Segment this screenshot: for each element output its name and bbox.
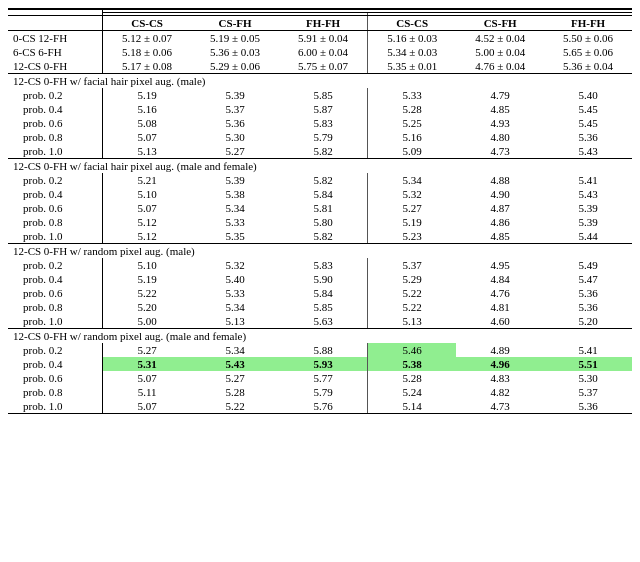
data-cell: 5.85 [279,300,368,314]
data-cell: 4.81 [456,300,544,314]
section-header: 12-CS 0-FH w/ facial hair pixel aug. (ma… [8,74,632,89]
data-cell: 5.09 [368,144,457,159]
data-cell: 5.16 [368,130,457,144]
data-cell: 5.33 [191,215,279,229]
data-cell: 5.22 [368,286,457,300]
data-cell: 5.36 [544,130,632,144]
data-cell: 5.16 ± 0.03 [368,31,457,46]
prob-label: prob. 0.4 [8,187,103,201]
data-cell: 5.30 [544,371,632,385]
data-cell: 5.23 [368,229,457,244]
data-cell: 5.43 [544,144,632,159]
data-cell: 5.82 [279,173,368,187]
data-cell: 5.84 [279,187,368,201]
data-cell: 5.29 [368,272,457,286]
prob-label: prob. 0.2 [8,88,103,102]
data-cell: 5.24 [368,385,457,399]
prob-label: prob. 0.2 [8,343,103,357]
data-cell: 5.35 ± 0.01 [368,59,457,74]
data-cell: 5.27 [191,371,279,385]
data-cell: 5.39 [191,88,279,102]
data-cell: 5.22 [103,286,192,300]
data-cell: 5.37 [368,258,457,272]
data-cell: 5.76 [279,399,368,414]
data-cell: 5.07 [103,201,192,215]
data-cell: 5.50 ± 0.06 [544,31,632,46]
prob-label: prob. 0.8 [8,300,103,314]
data-cell: 5.33 [368,88,457,102]
data-cell: 5.21 [103,173,192,187]
data-cell: 5.41 [544,343,632,357]
data-cell: 5.39 [544,201,632,215]
data-cell: 4.90 [456,187,544,201]
data-cell: 5.00 [103,314,192,329]
data-cell: 5.27 [191,144,279,159]
train-label: 12-CS 0-FH [8,59,103,74]
data-cell: 5.34 [368,173,457,187]
data-cell: 5.41 [544,173,632,187]
data-cell: 4.85 [456,229,544,244]
data-cell: 5.22 [368,300,457,314]
data-cell: 4.88 [456,173,544,187]
section-header: 12-CS 0-FH w/ facial hair pixel aug. (ma… [8,159,632,174]
data-cell: 5.34 ± 0.03 [368,45,457,59]
data-cell: 5.37 [191,102,279,116]
data-cell: 5.38 [368,357,457,371]
data-cell: 5.00 ± 0.04 [456,45,544,59]
col-fh-fh-cm: FH-FH [544,16,632,31]
data-cell: 5.33 [191,286,279,300]
data-cell: 5.25 [368,116,457,130]
data-cell: 5.45 [544,102,632,116]
data-cell: 5.63 [279,314,368,329]
data-cell: 5.43 [544,187,632,201]
data-cell: 5.91 ± 0.04 [279,31,368,46]
data-cell: 5.19 ± 0.05 [191,31,279,46]
data-cell: 5.39 [544,215,632,229]
data-cell: 5.32 [368,187,457,201]
data-cell: 4.80 [456,130,544,144]
data-cell: 5.34 [191,343,279,357]
data-cell: 5.65 ± 0.06 [544,45,632,59]
col-cs-fh-aam: CS-FH [191,16,279,31]
data-cell: 5.31 [103,357,192,371]
data-cell: 5.22 [191,399,279,414]
data-cell: 5.49 [544,258,632,272]
data-cell: 5.51 [544,357,632,371]
data-cell: 4.60 [456,314,544,329]
data-cell: 5.88 [279,343,368,357]
data-cell: 5.28 [368,371,457,385]
data-cell: 5.45 [544,116,632,130]
data-cell: 5.77 [279,371,368,385]
data-cell: 4.93 [456,116,544,130]
data-cell: 5.75 ± 0.07 [279,59,368,74]
prob-label: prob. 0.4 [8,102,103,116]
data-cell: 5.13 [191,314,279,329]
data-cell: 5.38 [191,187,279,201]
data-cell: 5.20 [103,300,192,314]
data-cell: 4.76 ± 0.04 [456,59,544,74]
data-cell: 5.37 [544,385,632,399]
prob-label: prob. 1.0 [8,399,103,414]
prob-label: prob. 0.8 [8,215,103,229]
data-cell: 5.36 ± 0.03 [191,45,279,59]
data-cell: 5.81 [279,201,368,215]
data-cell: 5.82 [279,144,368,159]
data-cell: 5.08 [103,116,192,130]
col-cs-fh-cm: CS-FH [456,16,544,31]
col-cs-cs-aam: CS-CS [103,16,192,31]
prob-label: prob. 0.2 [8,173,103,187]
data-cell: 5.35 [191,229,279,244]
prob-label: prob. 0.6 [8,286,103,300]
data-cell: 5.29 ± 0.06 [191,59,279,74]
prob-label: prob. 0.4 [8,272,103,286]
data-cell: 5.13 [368,314,457,329]
col-cs-cs-cm: CS-CS [368,16,457,31]
data-cell: 5.93 [279,357,368,371]
data-cell: 4.84 [456,272,544,286]
prob-label: prob. 1.0 [8,314,103,329]
data-cell: 4.85 [456,102,544,116]
data-cell: 4.73 [456,144,544,159]
data-cell: 5.85 [279,88,368,102]
data-cell: 5.19 [368,215,457,229]
prob-label: prob. 0.2 [8,258,103,272]
